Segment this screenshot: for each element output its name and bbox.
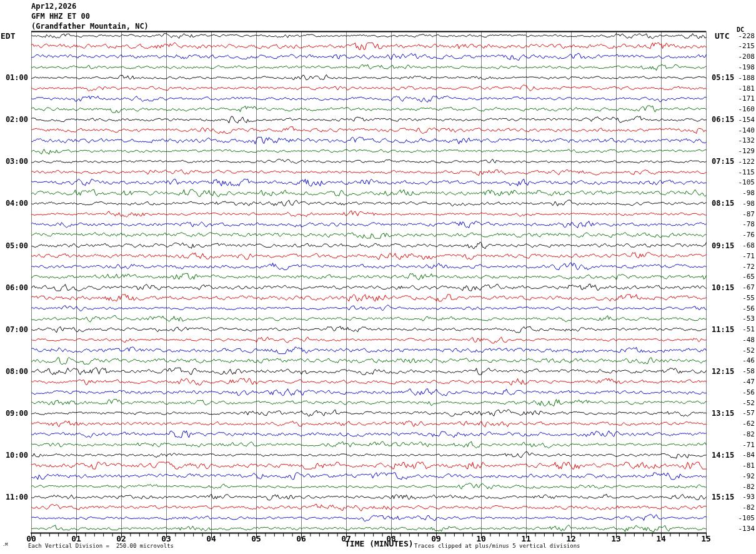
- dc-offset-value: -105: [719, 179, 755, 186]
- dc-offset-value: -98: [719, 189, 755, 196]
- station-location: (Grandfather Mountain, NC): [31, 22, 149, 31]
- dc-offset-value: -93: [719, 493, 755, 500]
- edt-hour-label: 05:00: [0, 242, 28, 249]
- dc-offset-value: -82: [719, 483, 755, 490]
- dc-offset-value: -115: [719, 168, 755, 175]
- dc-offset-value: -55: [719, 294, 755, 301]
- dc-offset-value: -208: [719, 53, 755, 60]
- dc-offset-value: -84: [719, 451, 755, 458]
- dc-offset-value: -52: [719, 399, 755, 406]
- helicorder-page: Apr12,2026 GFM HHZ ET 00 (Grandfather Mo…: [0, 0, 756, 554]
- dc-offset-value: -68: [719, 242, 755, 249]
- x-axis-tick-label: 05: [251, 535, 261, 543]
- x-axis-tick-label: 06: [296, 535, 306, 543]
- dc-offset-value: -160: [719, 106, 755, 113]
- dc-offset-value: -51: [719, 326, 755, 333]
- x-axis-tick-label: 09: [431, 535, 441, 543]
- clipping-note: Traces clipped at plus/minus 5 vertical …: [414, 543, 580, 549]
- station-code: GFM HHZ ET 00: [31, 12, 90, 21]
- dc-offset-value: -228: [719, 32, 755, 39]
- dc-offset-value: -56: [719, 388, 755, 395]
- edt-hour-label: 07:00: [0, 326, 28, 333]
- dc-offset-value: -57: [719, 410, 755, 416]
- dc-offset-value: -72: [719, 263, 755, 269]
- dc-offset-value: -48: [719, 336, 755, 343]
- x-axis-tick-label: 15: [701, 535, 711, 543]
- dc-offset-value: -58: [719, 368, 755, 375]
- x-axis-tick-label: 01: [71, 535, 81, 543]
- x-axis-tick-label: 10: [476, 535, 486, 543]
- vertical-scale-note: Each Vertical Division = 250.00 microvol…: [28, 543, 174, 549]
- dc-offset-value: -62: [719, 420, 755, 427]
- dc-offset-value: -65: [719, 273, 755, 280]
- left-timezone-label: EDT: [1, 32, 15, 40]
- dc-offset-value: -87: [719, 210, 755, 217]
- dc-offset-value: -56: [719, 305, 755, 311]
- dc-offset-value: -122: [719, 158, 755, 164]
- edt-hour-label: 01:00: [0, 74, 28, 81]
- edt-hour-label: 09:00: [0, 410, 28, 417]
- dc-offset-value: -134: [719, 525, 755, 531]
- x-axis-tick-label: 04: [206, 535, 216, 543]
- edt-hour-label: 02:00: [0, 116, 28, 123]
- plot-date: Apr12,2026: [31, 2, 76, 11]
- dc-offset-value: -140: [719, 126, 755, 133]
- dc-offset-value: -92: [719, 472, 755, 479]
- edt-hour-label: 06:00: [0, 284, 28, 291]
- dc-offset-value: -105: [719, 514, 755, 521]
- helicorder-traces-canvas: [0, 0, 756, 554]
- dc-offset-value: -78: [719, 221, 755, 228]
- edt-hour-label: 11:00: [0, 493, 28, 501]
- dc-offset-value: -154: [719, 116, 755, 123]
- x-axis-tick-label: 11: [521, 535, 531, 543]
- dc-offset-value: -71: [719, 441, 755, 448]
- dc-offset-value: -171: [719, 95, 755, 102]
- edt-hour-label: 08:00: [0, 368, 28, 375]
- corner-mark: .M: [2, 542, 7, 547]
- x-axis-tick-label: 12: [566, 535, 576, 543]
- x-axis-title: TIME (MINUTES): [345, 539, 414, 548]
- x-axis-tick-label: 03: [161, 535, 171, 543]
- edt-hour-label: 03:00: [0, 158, 28, 165]
- dc-offset-value: -188: [719, 74, 755, 81]
- dc-offset-value: -198: [719, 63, 755, 70]
- dc-offset-value: -215: [719, 43, 755, 49]
- dc-offset-value: -82: [719, 430, 755, 437]
- dc-offset-value: -98: [719, 199, 755, 206]
- dc-offset-value: -129: [719, 148, 755, 154]
- dc-offset-value: -46: [719, 357, 755, 364]
- x-axis-tick-label: 14: [656, 535, 666, 543]
- dc-offset-value: -76: [719, 231, 755, 238]
- dc-offset-value: -53: [719, 315, 755, 322]
- dc-offset-value: -181: [719, 84, 755, 91]
- dc-offset-value: -52: [719, 346, 755, 353]
- dc-offset-value: -132: [719, 137, 755, 144]
- x-axis-tick-label: 13: [611, 535, 621, 543]
- edt-hour-label: 04:00: [0, 199, 28, 207]
- dc-offset-value: -81: [719, 462, 755, 469]
- dc-offset-value: -71: [719, 252, 755, 259]
- dc-offset-value: -67: [719, 284, 755, 291]
- x-axis-tick-label: 00: [26, 535, 36, 543]
- dc-offset-value: -82: [719, 504, 755, 511]
- x-axis-tick-label: 02: [116, 535, 126, 543]
- edt-hour-label: 10:00: [0, 451, 28, 459]
- dc-offset-value: -47: [719, 378, 755, 385]
